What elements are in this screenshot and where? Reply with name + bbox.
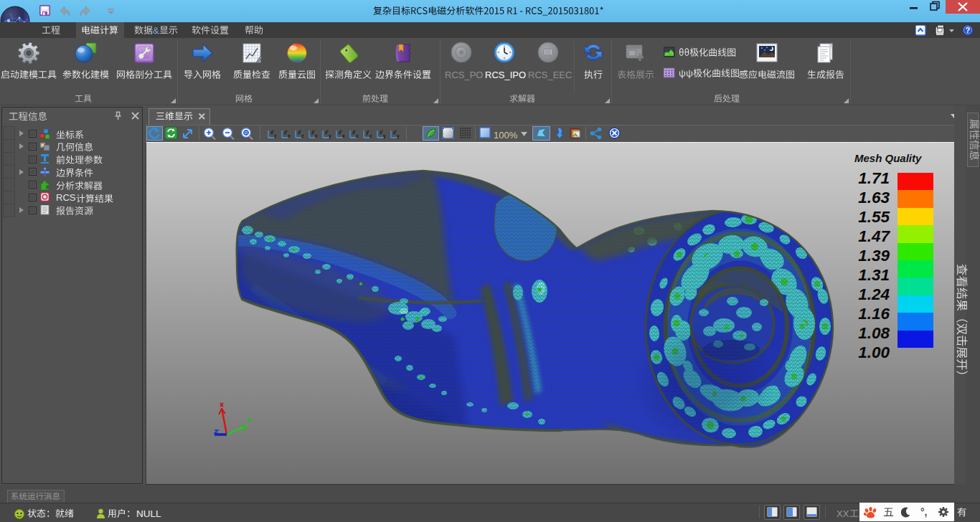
svg-text:x: x — [288, 133, 291, 138]
svg-text:z: z — [301, 133, 304, 138]
svg-text:y: y — [340, 128, 342, 133]
svg-text:y: y — [397, 133, 400, 139]
svg-text:x: x — [356, 133, 359, 138]
svg-text:y: y — [395, 128, 397, 133]
svg-text:y: y — [299, 128, 301, 133]
svg-text:x: x — [315, 133, 318, 138]
svg-text:y: y — [367, 128, 369, 133]
svg-text:y: y — [286, 128, 288, 133]
svg-text:x: x — [342, 133, 345, 138]
svg-text:z: z — [274, 133, 277, 138]
svg-text:y: y — [354, 128, 356, 133]
svg-text:y: y — [272, 128, 274, 133]
svg-text:y: y — [383, 133, 386, 139]
svg-text:y: y — [329, 133, 331, 139]
svg-text:?: ? — [966, 26, 970, 34]
svg-text:y: y — [326, 128, 329, 133]
svg-text:y: y — [313, 128, 315, 133]
svg-text:z: z — [369, 133, 372, 138]
svg-text:y: y — [381, 128, 383, 133]
